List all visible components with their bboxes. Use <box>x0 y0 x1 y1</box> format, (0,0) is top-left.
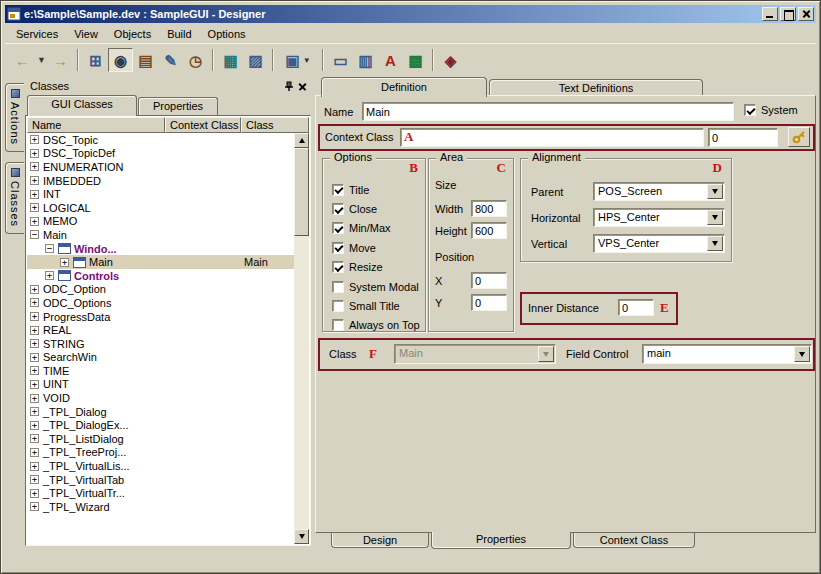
back-history-dropdown[interactable]: ▼ <box>35 48 48 72</box>
tab-text-definitions[interactable]: Text Definitions <box>489 79 703 96</box>
expand-icon[interactable]: + <box>30 366 39 375</box>
tree-row[interactable]: +_TPL_DialogEx... <box>27 418 294 432</box>
close-button[interactable] <box>798 7 814 21</box>
panel-close-button[interactable] <box>295 80 309 93</box>
chevron-down-icon[interactable] <box>794 346 810 362</box>
tree-row[interactable]: −Main <box>27 228 294 242</box>
print-button[interactable]: ▭ <box>328 48 353 72</box>
pin-button[interactable] <box>281 80 295 93</box>
tree-row[interactable]: +ODC_Option <box>27 283 294 297</box>
chevron-down-icon[interactable] <box>707 210 723 225</box>
x-input[interactable] <box>471 272 507 289</box>
column-header-name[interactable]: Name <box>27 117 165 133</box>
tree-row[interactable]: −Windo... <box>27 242 294 256</box>
expand-icon[interactable]: + <box>30 434 39 443</box>
expand-icon[interactable]: + <box>30 462 39 471</box>
expand-icon[interactable]: + <box>30 421 39 430</box>
window-select-button[interactable]: ▣▼ <box>278 48 318 72</box>
expand-icon[interactable]: + <box>30 489 39 498</box>
class-view-button[interactable]: ⊞ <box>83 48 108 72</box>
tree-row[interactable]: +_TPL_ListDialog <box>27 432 294 446</box>
tree-row[interactable]: +_TPL_TreeProj... <box>27 446 294 460</box>
expand-icon[interactable]: + <box>45 271 54 280</box>
tree-row[interactable]: +ENUMERATION <box>27 160 294 174</box>
collapse-icon[interactable]: − <box>30 230 39 239</box>
chevron-down-icon[interactable] <box>707 236 723 251</box>
column-header-context-class[interactable]: Context Class <box>165 117 241 133</box>
info-button[interactable]: ◈ <box>438 48 463 72</box>
tree-row[interactable]: +VOID <box>27 391 294 405</box>
build-button[interactable]: ▨ <box>243 48 268 72</box>
menu-item-view[interactable]: View <box>66 26 106 42</box>
history-button[interactable]: ◷ <box>183 48 208 72</box>
tree-row[interactable]: +REAL <box>27 323 294 337</box>
title-bar[interactable]: e:\Sample\Sample.dev : SampleGUI - Desig… <box>5 5 816 23</box>
tree-row[interactable]: +MEMO <box>27 215 294 229</box>
forward-button[interactable]: → <box>48 48 73 72</box>
back-button[interactable]: ← <box>10 48 35 72</box>
expand-icon[interactable]: + <box>30 135 39 144</box>
vertical-combo[interactable]: VPS_Center <box>593 234 725 253</box>
checkbox-move[interactable]: Move <box>332 238 422 257</box>
menu-item-services[interactable]: Services <box>8 26 66 42</box>
scroll-down-button[interactable] <box>294 529 309 544</box>
expand-icon[interactable]: + <box>30 339 39 348</box>
image-button[interactable]: ▩ <box>403 48 428 72</box>
scroll-up-button[interactable] <box>294 133 309 148</box>
column-header-class[interactable]: Class <box>241 117 309 133</box>
tree-row[interactable]: +_TPL_VirtualTr... <box>27 486 294 500</box>
tree-row[interactable]: +Controls <box>27 269 294 283</box>
context-class-picker-button[interactable] <box>788 127 810 147</box>
menu-item-options[interactable]: Options <box>200 26 254 42</box>
menu-item-objects[interactable]: Objects <box>106 26 159 42</box>
tree-row[interactable]: +ProgressData <box>27 310 294 324</box>
expand-icon[interactable]: + <box>30 353 39 362</box>
tree-row[interactable]: +INT <box>27 187 294 201</box>
expand-icon[interactable]: + <box>30 217 39 226</box>
tree-row[interactable]: +LOGICAL <box>27 201 294 215</box>
minimize-button[interactable] <box>762 7 778 21</box>
tab-gui-classes[interactable]: GUI Classes <box>27 95 137 116</box>
tab-properties-left[interactable]: Properties <box>138 97 218 115</box>
height-input[interactable] <box>471 222 507 239</box>
edit-button[interactable]: ✎ <box>158 48 183 72</box>
tab-context-class[interactable]: Context Class <box>573 533 695 548</box>
tree-row[interactable]: +SearchWin <box>27 351 294 365</box>
design-view-button[interactable]: ◉ <box>108 48 133 72</box>
expand-icon[interactable]: + <box>30 162 39 171</box>
checkbox-resize[interactable]: Resize <box>332 258 422 277</box>
checkbox-small-title[interactable]: Small Title <box>332 296 422 315</box>
horizontal-combo[interactable]: HPS_Center <box>593 208 725 227</box>
checkbox-min-max[interactable]: Min/Max <box>332 219 422 238</box>
tree-scrollbar[interactable] <box>294 133 309 544</box>
y-input[interactable] <box>471 294 507 311</box>
catalog-button[interactable]: ▤ <box>133 48 158 72</box>
system-checkbox[interactable]: System <box>744 104 798 116</box>
class-combo[interactable]: Main <box>394 344 556 364</box>
expand-icon[interactable]: + <box>60 258 69 267</box>
expand-icon[interactable]: + <box>30 285 39 294</box>
expand-icon[interactable]: + <box>30 475 39 484</box>
context-class-input[interactable] <box>400 128 704 147</box>
font-button[interactable]: A <box>378 48 403 72</box>
expand-icon[interactable]: + <box>30 312 39 321</box>
tree-row[interactable]: +STRING <box>27 337 294 351</box>
grid-button[interactable]: ▦ <box>218 48 243 72</box>
checkbox-always-on-top[interactable]: Always on Top <box>332 316 422 335</box>
collapse-icon[interactable]: − <box>45 244 54 253</box>
tree-row[interactable]: +ODC_Options <box>27 296 294 310</box>
scrollbar-thumb[interactable] <box>294 148 309 236</box>
parent-combo[interactable]: POS_Screen <box>593 182 725 201</box>
tree-row[interactable]: +DSC_Topic <box>27 133 294 147</box>
expand-icon[interactable]: + <box>30 448 39 457</box>
name-input[interactable] <box>362 102 734 121</box>
checkbox-close[interactable]: Close <box>332 199 422 218</box>
maximize-button[interactable] <box>780 7 796 21</box>
expand-icon[interactable]: + <box>30 502 39 511</box>
tree-row[interactable]: +_TPL_VirtualTab <box>27 473 294 487</box>
tree-row[interactable]: +_TPL_Dialog <box>27 405 294 419</box>
menu-item-build[interactable]: Build <box>159 26 199 42</box>
width-input[interactable] <box>471 200 507 217</box>
tree-row[interactable]: +UINT <box>27 378 294 392</box>
expand-icon[interactable]: + <box>30 380 39 389</box>
